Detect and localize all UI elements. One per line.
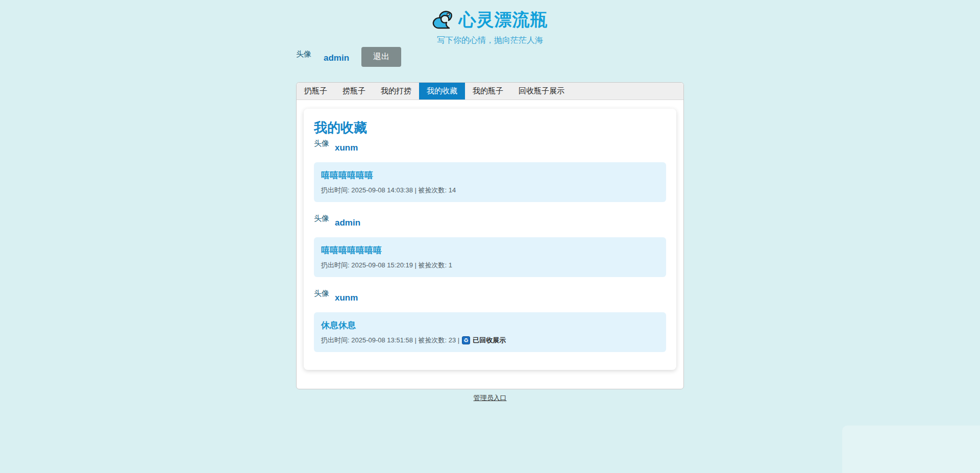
bottle-meta-text: 扔出时间: 2025-09-08 14:03:38 | 被捡次数: 14 bbox=[321, 186, 456, 195]
bottle-title-link[interactable]: 休息休息 bbox=[321, 319, 356, 331]
tab-throw-bottle[interactable]: 扔瓶子 bbox=[297, 83, 335, 99]
user-bar: 头像 admin 退出 bbox=[296, 47, 684, 67]
recycle-icon: ♻ bbox=[462, 336, 470, 344]
tab-pick-bottle[interactable]: 捞瓶子 bbox=[335, 83, 373, 99]
admin-entrance-link[interactable]: 管理员入口 bbox=[474, 394, 507, 402]
page-footer: 管理员入口 bbox=[296, 393, 684, 403]
page-title: 心灵漂流瓶 bbox=[459, 8, 548, 32]
user-avatar: 头像 bbox=[296, 49, 311, 59]
bottle-meta-text: 扔出时间: 2025-09-08 15:20:19 | 被捡次数: 1 bbox=[321, 261, 452, 270]
bottle-title-link[interactable]: 嘻嘻嘻嘻嘻嘻嘻 bbox=[321, 244, 382, 256]
page-subtitle: 写下你的心情，抛向茫茫人海 bbox=[0, 35, 980, 46]
item-avatar: 头像 bbox=[314, 214, 329, 223]
bottle-title-link[interactable]: 嘻嘻嘻嘻嘻嘻 bbox=[321, 169, 373, 181]
section-heading: 我的收藏 bbox=[314, 119, 666, 137]
recycle-status-label: 已回收展示 bbox=[473, 336, 506, 345]
logout-button[interactable]: 退出 bbox=[361, 47, 401, 67]
wave-icon bbox=[432, 11, 454, 29]
list-item-user: 头像 xunm bbox=[314, 289, 666, 304]
bottle-meta: 扔出时间: 2025-09-08 14:03:38 | 被捡次数: 14 bbox=[321, 186, 659, 195]
bottle-meta-text: 扔出时间: 2025-09-08 13:51:58 | 被捡次数: 23 | bbox=[321, 336, 459, 345]
item-username: xunm bbox=[335, 143, 358, 153]
main-panel: 扔瓶子 捞瓶子 我的打捞 我的收藏 我的瓶子 回收瓶子展示 我的收藏 头像 xu… bbox=[296, 82, 684, 389]
list-item-user: 头像 xunm bbox=[314, 139, 666, 154]
bottle-meta: 扔出时间: 2025-09-08 15:20:19 | 被捡次数: 1 bbox=[321, 261, 659, 270]
tab-my-bottles[interactable]: 我的瓶子 bbox=[465, 83, 511, 99]
bottle-card: 嘻嘻嘻嘻嘻嘻 扔出时间: 2025-09-08 14:03:38 | 被捡次数:… bbox=[314, 162, 666, 202]
tab-recycled-bottles[interactable]: 回收瓶子展示 bbox=[511, 83, 572, 99]
bottle-card: 休息休息 扔出时间: 2025-09-08 13:51:58 | 被捡次数: 2… bbox=[314, 312, 666, 352]
bottle-card: 嘻嘻嘻嘻嘻嘻嘻 扔出时间: 2025-09-08 15:20:19 | 被捡次数… bbox=[314, 237, 666, 277]
tab-my-picks[interactable]: 我的打捞 bbox=[373, 83, 419, 99]
bottom-right-overlay bbox=[842, 426, 980, 473]
bottle-meta: 扔出时间: 2025-09-08 13:51:58 | 被捡次数: 23 | ♻… bbox=[321, 336, 659, 345]
item-username: admin bbox=[335, 218, 360, 228]
item-avatar: 头像 bbox=[314, 139, 329, 148]
item-username: xunm bbox=[335, 293, 358, 303]
tab-bar: 扔瓶子 捞瓶子 我的打捞 我的收藏 我的瓶子 回收瓶子展示 bbox=[297, 83, 683, 100]
favorites-panel: 我的收藏 头像 xunm 嘻嘻嘻嘻嘻嘻 扔出时间: 2025-09-08 14:… bbox=[304, 109, 676, 370]
list-item-user: 头像 admin bbox=[314, 214, 666, 229]
tab-my-favorites[interactable]: 我的收藏 bbox=[419, 83, 465, 99]
page-header: 心灵漂流瓶 写下你的心情，抛向茫茫人海 bbox=[0, 0, 980, 46]
item-avatar: 头像 bbox=[314, 289, 329, 298]
current-username: admin bbox=[324, 53, 349, 63]
